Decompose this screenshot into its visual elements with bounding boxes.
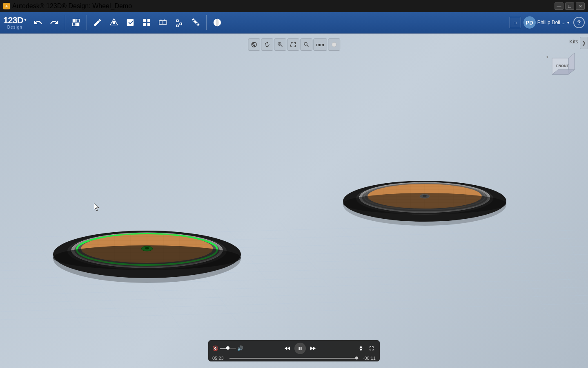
separator-2 (87, 15, 87, 30)
svg-line-29 (335, 218, 412, 327)
primitives-button[interactable] (69, 15, 83, 30)
svg-point-67 (368, 184, 482, 209)
logo-dropdown-icon: ▾ (24, 17, 27, 22)
svg-line-19 (0, 287, 588, 303)
maximize-button[interactable]: □ (565, 2, 574, 10)
user-menu[interactable]: PD Phillip Doll ... ▾ (523, 16, 569, 29)
svg-point-84 (420, 194, 430, 198)
window-controls[interactable]: — □ ✕ (555, 2, 585, 10)
logo[interactable]: 123D ▾ Design (3, 16, 27, 29)
group-button[interactable] (156, 15, 170, 30)
svg-line-26 (163, 220, 241, 327)
svg-line-30 (392, 219, 461, 327)
main-toolbar: 123D ▾ Design □ (0, 12, 588, 34)
svg-point-61 (343, 183, 506, 226)
svg-point-36 (53, 231, 241, 278)
view-cube[interactable]: ◂ FRONT (544, 50, 577, 83)
viewport[interactable]: mm Kits ❯ ◂ FRONT 🔇 (0, 34, 588, 368)
svg-line-12 (0, 230, 588, 246)
volume-slider[interactable] (220, 348, 236, 349)
mouse-cursor (94, 203, 100, 210)
svg-point-39 (74, 234, 220, 267)
svg-point-64 (359, 182, 490, 213)
app-icon: A (3, 3, 10, 9)
redo-button[interactable] (47, 15, 62, 30)
svg-text:FRONT: FRONT (556, 64, 569, 68)
forward-button[interactable] (308, 345, 317, 352)
media-controls: 🔇 🔊 (212, 343, 376, 354)
zoom-in-button[interactable] (274, 38, 286, 51)
svg-line-14 (0, 246, 588, 263)
pattern-button[interactable] (139, 15, 154, 30)
svg-rect-2 (72, 23, 75, 26)
svg-point-37 (67, 232, 227, 270)
svg-rect-6 (163, 20, 167, 24)
svg-line-31 (445, 220, 510, 327)
svg-line-25 (110, 222, 180, 327)
material-button[interactable] (210, 15, 225, 30)
rewind-button[interactable] (283, 345, 292, 352)
layout-button[interactable]: □ (510, 17, 521, 28)
zoom-out-button[interactable] (300, 38, 312, 51)
svg-rect-1 (76, 19, 79, 22)
svg-line-34 (564, 226, 588, 291)
svg-line-13 (0, 238, 588, 254)
progress-area: 05:23 -00:11 (212, 356, 376, 361)
media-player: 🔇 🔊 (208, 340, 380, 361)
svg-point-40 (77, 234, 217, 265)
units-button[interactable]: mm (313, 38, 327, 51)
volume-area: 🔇 🔊 (212, 346, 243, 351)
svg-point-38 (71, 233, 223, 268)
svg-line-27 (220, 219, 302, 327)
help-button[interactable]: ? (573, 17, 585, 28)
lighting-button[interactable] (328, 38, 340, 51)
svg-point-10 (216, 19, 218, 26)
expand-button[interactable] (368, 345, 376, 352)
logo-subtitle: Design (7, 25, 22, 29)
window-title: Autodesk® 123D® Design: Wheel_Demo (12, 2, 132, 10)
minimize-button[interactable]: — (555, 2, 564, 10)
close-button[interactable]: ✕ (576, 2, 585, 10)
svg-line-18 (0, 279, 588, 295)
zoom-fit-button[interactable] (287, 38, 299, 51)
combine-button[interactable] (172, 15, 187, 30)
svg-point-60 (53, 245, 241, 270)
svg-line-15 (0, 254, 588, 271)
view-toolbar: mm (248, 38, 340, 51)
svg-point-35 (53, 234, 241, 283)
user-name: Phillip Doll ... (537, 20, 566, 25)
measure-button[interactable] (188, 15, 203, 30)
svg-line-16 (0, 263, 588, 279)
user-avatar: PD (523, 16, 536, 29)
volume-up-icon[interactable]: 🔊 (237, 346, 243, 351)
svg-marker-93 (94, 203, 99, 211)
svg-line-33 (535, 224, 588, 312)
svg-point-65 (362, 184, 488, 211)
svg-point-62 (343, 181, 506, 222)
svg-line-23 (33, 230, 82, 327)
titlebar-left: A Autodesk® 123D® Design: Wheel_Demo (3, 2, 132, 10)
svg-point-41 (81, 234, 213, 263)
construct-button[interactable] (107, 15, 121, 30)
separator-3 (206, 15, 207, 30)
kits-toggle-button[interactable]: ❯ (580, 37, 588, 49)
svg-rect-3 (76, 23, 79, 26)
svg-rect-0 (72, 19, 75, 22)
header-right: □ PD Phillip Doll ... ▾ ? (510, 16, 585, 29)
svg-line-24 (65, 226, 127, 327)
svg-line-20 (0, 295, 588, 312)
svg-point-86 (343, 193, 506, 214)
undo-button[interactable] (31, 15, 45, 30)
sketch-button[interactable] (90, 15, 105, 30)
svg-point-4 (113, 21, 115, 24)
adjust-button[interactable] (357, 345, 365, 352)
pause-button[interactable] (294, 343, 306, 354)
grid-plane (0, 34, 588, 368)
volume-mute-icon[interactable]: 🔇 (212, 346, 218, 351)
rotate-button[interactable] (261, 38, 273, 51)
modify-button[interactable] (123, 15, 138, 30)
kits-label[interactable]: Kits (569, 38, 578, 45)
orbit-button[interactable] (248, 38, 260, 51)
user-dropdown-icon: ▾ (567, 20, 569, 25)
progress-slider[interactable] (229, 358, 359, 359)
